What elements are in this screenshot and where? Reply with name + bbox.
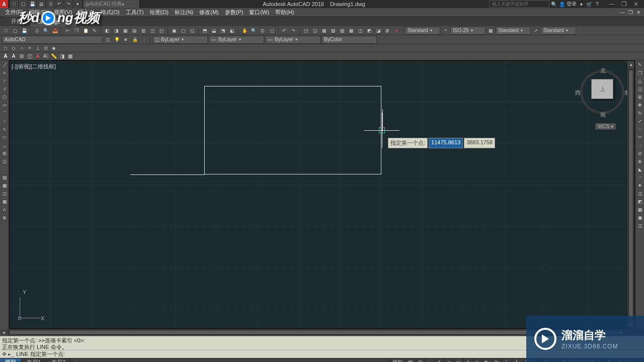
open-icon[interactable]: ▢ xyxy=(11,27,19,35)
mirror-icon[interactable]: ⧋ xyxy=(636,77,643,84)
tool9-icon[interactable]: ▢ xyxy=(179,27,187,35)
tool17-icon[interactable]: ▦ xyxy=(320,27,328,35)
annomon-icon[interactable]: 人 xyxy=(501,358,511,362)
layer-prop-icon[interactable]: ◫ xyxy=(104,36,112,44)
menu-param[interactable]: 参数(P) xyxy=(222,8,247,17)
status-model-btn[interactable]: 模型 xyxy=(390,358,405,362)
tool21-icon[interactable]: ◫ xyxy=(356,27,364,35)
tool6-icon[interactable]: ◫ xyxy=(148,27,156,35)
menu-window[interactable]: 窗口(W) xyxy=(246,8,272,17)
viewcube-face[interactable]: 上 xyxy=(591,79,613,99)
lwt-icon[interactable]: ≡ xyxy=(473,358,480,362)
open-icon[interactable]: ▢ xyxy=(19,1,27,8)
print-icon[interactable]: ⎙ xyxy=(46,1,54,8)
chamfer-icon[interactable]: ◣ xyxy=(636,166,643,173)
tab-layout2[interactable]: 布局2 xyxy=(46,358,71,362)
paste-icon[interactable]: 📋 xyxy=(82,27,90,35)
transp-icon[interactable]: ◐ xyxy=(481,358,491,362)
region-icon[interactable]: ◫ xyxy=(1,190,8,197)
tool4-icon[interactable]: ▤ xyxy=(130,27,138,35)
mod-tool5-icon[interactable]: ◫ xyxy=(636,222,643,229)
grid-toggle-icon[interactable]: ▦ xyxy=(406,358,415,362)
array-icon[interactable]: ⊞ xyxy=(636,94,643,101)
vscroll-thumb[interactable] xyxy=(628,70,633,319)
redo-icon[interactable]: ↷ xyxy=(64,1,72,8)
osnap-cen-icon[interactable]: ○ xyxy=(18,45,25,52)
tool8-icon[interactable]: ▣ xyxy=(170,27,178,35)
close-button[interactable]: ✕ xyxy=(630,0,642,8)
pline-icon[interactable]: ∿ xyxy=(1,69,8,76)
account-icon[interactable]: 👤 xyxy=(558,1,566,8)
style-combo-4[interactable]: Standard▾ xyxy=(541,27,576,35)
text-a-icon[interactable]: A xyxy=(392,27,400,35)
spline-icon[interactable]: ∿ xyxy=(1,126,8,133)
mod-tool4-icon[interactable]: ▣ xyxy=(636,214,643,221)
cycling-icon[interactable]: ⟳ xyxy=(492,358,500,362)
doc-max-icon[interactable]: ❐ xyxy=(627,9,634,16)
point-icon[interactable]: · xyxy=(1,166,8,173)
rect-icon[interactable]: ▭ xyxy=(1,102,8,109)
tool-s2-icon[interactable]: ◫ xyxy=(26,53,33,60)
viewport-label[interactable]: [-][俯视][二维线框] xyxy=(12,63,56,70)
circle-icon[interactable]: ○ xyxy=(1,118,8,125)
layer-combo[interactable]: AutoCAD xyxy=(2,36,103,44)
doc-min-icon[interactable]: — xyxy=(619,9,626,16)
qat-more-icon[interactable]: ▾ xyxy=(73,1,82,8)
move-icon[interactable]: ✥ xyxy=(636,102,643,109)
ortho-icon[interactable]: ⊾ xyxy=(425,358,434,362)
saveas-icon[interactable]: ▤ xyxy=(37,1,45,8)
tool19-icon[interactable]: ▨ xyxy=(338,27,346,35)
osnap-tan-icon[interactable]: ⊙ xyxy=(42,45,49,52)
maximize-button[interactable]: ❐ xyxy=(618,0,630,8)
iso-icon[interactable]: ◇ xyxy=(444,358,453,362)
ltype-combo[interactable]: — ByLayer▾ xyxy=(209,36,264,44)
hatch-line-h[interactable] xyxy=(130,174,205,175)
tool5-icon[interactable]: ▥ xyxy=(139,27,147,35)
menu-modify[interactable]: 修改(M) xyxy=(196,8,222,17)
print-icon[interactable]: ⎙ xyxy=(33,27,41,35)
compass-n[interactable]: 北 xyxy=(600,67,606,74)
scroll-left-icon[interactable]: ◂ xyxy=(0,329,7,336)
menu-help[interactable]: 帮助(H) xyxy=(272,8,297,17)
wcs-dropdown[interactable]: WCS ▾ xyxy=(595,123,616,130)
undo-icon[interactable]: ↶ xyxy=(280,27,288,35)
addsel-icon[interactable]: ⊕ xyxy=(1,214,8,221)
menu-draw[interactable]: 绘图(D) xyxy=(147,8,172,17)
xline-icon[interactable]: ∕ xyxy=(1,77,8,84)
tool-s5-icon[interactable]: 📏 xyxy=(50,53,57,60)
table-icon[interactable]: ▦ xyxy=(487,27,495,35)
tool-s4-icon[interactable]: Aͤ xyxy=(42,53,49,60)
cart-icon[interactable]: 🛒 xyxy=(586,1,593,8)
tool16-icon[interactable]: ◲ xyxy=(311,27,319,35)
tool22-icon[interactable]: ◩ xyxy=(365,27,373,35)
rectangle-object[interactable] xyxy=(204,86,381,174)
tool-s1-icon[interactable]: ⊞ xyxy=(18,53,25,60)
scale-icon[interactable]: ⤢ xyxy=(636,118,643,125)
help-icon[interactable]: ? xyxy=(594,1,601,8)
new-icon[interactable]: □ xyxy=(10,1,18,8)
tool12-icon[interactable]: ⬓ xyxy=(210,27,218,35)
ellipse-arc-icon[interactable]: ◡ xyxy=(1,142,8,149)
hatch-icon[interactable]: ▨ xyxy=(1,174,8,181)
tool14-icon[interactable]: ⬕ xyxy=(228,27,236,35)
rotate-icon[interactable]: ↻ xyxy=(636,110,643,117)
osnap-mid-icon[interactable]: ◇ xyxy=(10,45,17,52)
doc-close-icon[interactable]: ✕ xyxy=(635,9,642,16)
block-icon[interactable]: ◫ xyxy=(1,158,8,165)
tool24-icon[interactable]: ⊞ xyxy=(383,27,391,35)
menu-tools[interactable]: 工具(T) xyxy=(123,8,147,17)
tool20-icon[interactable]: ▩ xyxy=(347,27,355,35)
preview-icon[interactable]: 🔍 xyxy=(42,27,50,35)
tool10-icon[interactable]: ◱ xyxy=(188,27,196,35)
join-icon[interactable]: ⊕ xyxy=(636,158,643,165)
menu-dim[interactable]: 标注(N) xyxy=(172,8,196,17)
layer-on-icon[interactable]: 💡 xyxy=(113,36,121,44)
save-icon[interactable]: 💾 xyxy=(28,1,36,8)
mtext2-icon[interactable]: A xyxy=(1,206,8,213)
extend-icon[interactable]: → xyxy=(636,142,643,149)
match-icon[interactable]: ✎ xyxy=(91,27,99,35)
menu-format[interactable]: 格式(O) xyxy=(98,8,123,17)
table-icon[interactable]: ▦ xyxy=(1,198,8,205)
style-combo-2[interactable]: ISO-25▾ xyxy=(450,27,486,35)
osnap-int-icon[interactable]: × xyxy=(26,45,33,52)
